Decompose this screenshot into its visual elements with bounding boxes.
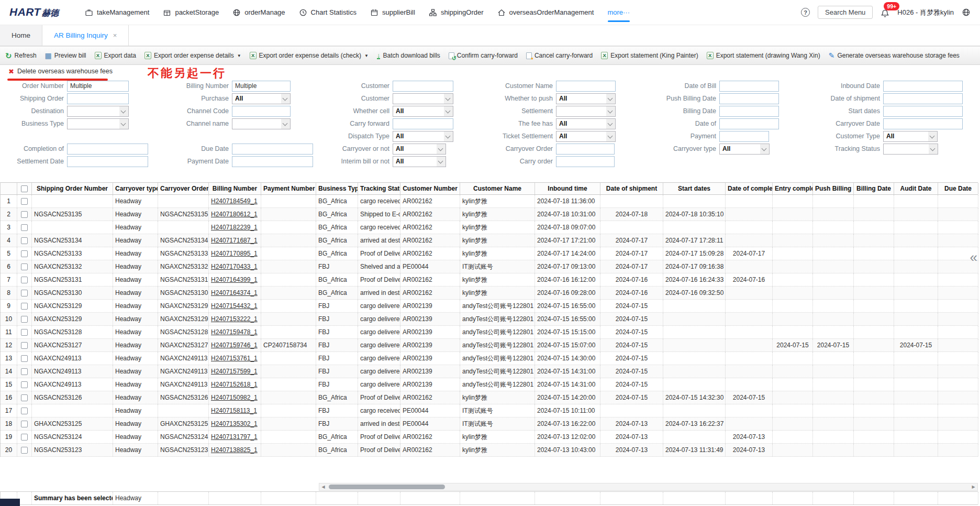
table-row[interactable]: 12NGAXCN253127HeadwayNGAXCN253127H240715… <box>1 339 978 352</box>
cell-billing-number[interactable]: H2407170895_1 <box>209 247 261 260</box>
toolbar-button-preview-bill[interactable]: ▦Preview bill <box>45 52 86 59</box>
checkbox-icon[interactable] <box>21 290 28 296</box>
table-row[interactable]: 17HeadwayH2407158113_1FBJcargo received … <box>1 404 978 417</box>
toolbar-button-export-order-expense-details-check[interactable]: XExport order expense details (check)▼ <box>250 52 369 59</box>
filter-the-fee-has-select[interactable]: All <box>556 118 616 129</box>
toolbar-button-refresh[interactable]: ↻Refresh <box>5 52 37 59</box>
filter-carry-order-input[interactable] <box>556 156 615 167</box>
filter-completion-of-input[interactable] <box>67 144 148 155</box>
filter-payment-input[interactable] <box>719 131 769 142</box>
filter-interim-bill-or-not-select[interactable]: All <box>393 156 446 167</box>
row-checkbox-cell[interactable] <box>17 287 32 299</box>
header-customer-name[interactable]: Customer Name <box>460 183 535 194</box>
table-row[interactable]: 13NGAXCN249113HeadwayNGAXCN249113H240715… <box>1 352 978 365</box>
horizontal-scrollbar[interactable] <box>319 483 978 491</box>
toolbar-button-batch-download-bills[interactable]: ↓Batch download bills <box>377 52 440 59</box>
table-row[interactable]: 20NGSACN253123HeadwayNGSACN253123H240713… <box>1 444 978 457</box>
row-checkbox-cell[interactable] <box>17 404 32 417</box>
row-checkbox-cell[interactable] <box>17 247 32 260</box>
filter-settlement-select[interactable] <box>556 106 616 117</box>
row-checkbox-cell[interactable] <box>17 208 32 221</box>
toolbar-button-cancel-carry-forward[interactable]: Cancel carry-forward <box>526 52 593 59</box>
header-tracking-status[interactable]: Tracking Status <box>358 183 400 194</box>
checkbox-icon[interactable] <box>21 185 28 192</box>
header-shipping-order-number[interactable]: Shipping Order Number <box>32 183 113 194</box>
checkbox-icon[interactable] <box>21 198 28 205</box>
filter-carryover-or-not-select[interactable]: All <box>393 144 446 155</box>
table-row[interactable]: 15NGAXCN249113HeadwayNGAXCN249113H240715… <box>1 378 978 391</box>
table-row[interactable]: 10NGAXCN253129HeadwayNGAXCN253129H240715… <box>1 313 978 326</box>
header-date-of-comple[interactable]: Date of comple <box>726 183 773 194</box>
table-row[interactable]: 4NGSACN253134HeadwayNGSACN253134H2407171… <box>1 234 978 247</box>
filter-customer-name-input[interactable] <box>556 81 616 92</box>
nav-item-ordermanage[interactable]: orderManage <box>232 0 285 25</box>
cell-billing-number[interactable]: H2407159746_1 <box>209 339 261 351</box>
cell-billing-number[interactable]: H2407182239_1 <box>209 221 261 234</box>
toolbar-button-export-order-expense-details[interactable]: XExport order expense details▼ <box>144 52 241 59</box>
checkbox-icon[interactable] <box>21 211 28 218</box>
cell-billing-number[interactable]: H2407170433_1 <box>209 260 261 273</box>
cell-billing-number[interactable]: H2407164374_1 <box>209 287 261 299</box>
header-due-date[interactable]: Due Date <box>938 183 978 194</box>
cell-billing-number[interactable]: H2407138825_1 <box>209 444 261 456</box>
nav-item-shippingorder[interactable]: shippingOrder <box>429 0 484 25</box>
row-checkbox-cell[interactable] <box>17 391 32 404</box>
toolbar-button-export-statement-drawing-wang-xin[interactable]: XExport statement (drawing Wang Xin) <box>707 52 820 59</box>
filter-whether-to-push-select[interactable]: All <box>556 93 616 104</box>
scroll-right-icon[interactable] <box>970 483 977 490</box>
toolbar-button-confirm-carry-forward[interactable]: Confirm carry-forward <box>449 52 518 59</box>
filter-payment-date-input[interactable] <box>232 156 313 167</box>
nav-item-more[interactable]: more··· <box>607 0 630 25</box>
cell-billing-number[interactable]: H2407159478_1 <box>209 326 261 338</box>
table-row[interactable]: 14NGAXCN249113HeadwayNGAXCN249113H240715… <box>1 365 978 378</box>
table-row[interactable]: 1HeadwayH2407184549_1BG_Africacargo rece… <box>1 195 978 208</box>
header-carryover-order-n[interactable]: Carryover Order N <box>158 183 209 194</box>
tab-home[interactable]: Home <box>0 25 42 46</box>
row-checkbox-cell[interactable] <box>17 221 32 234</box>
header-billing-number[interactable]: Billing Number <box>209 183 261 194</box>
checkbox-icon[interactable] <box>21 316 28 323</box>
cell-billing-number[interactable]: H2407153222_1 <box>209 313 261 325</box>
table-row[interactable]: 16NGSACN253126HeadwayNGSACN253126H240715… <box>1 391 978 404</box>
cell-billing-number[interactable]: H2407180612_1 <box>209 208 261 221</box>
filter-billing-date-input[interactable] <box>719 106 779 117</box>
checkbox-icon[interactable] <box>21 263 28 270</box>
nav-item-chart-statistics[interactable]: Chart Statistics <box>299 0 357 25</box>
nav-item-overseasordermanagement[interactable]: overseasOrderManagement <box>497 0 594 25</box>
nav-item-packetstorage[interactable]: packetStorage <box>163 0 219 25</box>
checkbox-icon[interactable] <box>21 342 28 349</box>
filter-customer-input[interactable] <box>393 81 453 92</box>
filter-date-of-input[interactable] <box>719 118 779 129</box>
filter-date-of-shipment-input[interactable] <box>883 93 963 104</box>
notifications[interactable]: 99+ <box>881 9 889 18</box>
filter-order-number-input[interactable]: Multiple <box>67 81 129 92</box>
checkbox-icon[interactable] <box>21 277 28 283</box>
cell-billing-number[interactable]: H2407157599_1 <box>209 365 261 378</box>
filter-business-type-select[interactable] <box>67 118 129 129</box>
toolbar-button-export-data[interactable]: XExport data <box>95 52 136 59</box>
filter-channel-code-input[interactable] <box>232 106 291 117</box>
header-date-of-shipment[interactable]: Date of shipment <box>600 183 663 194</box>
row-checkbox-cell[interactable] <box>17 195 32 207</box>
user-name[interactable]: H026 - 肖梦雅kylin <box>897 8 954 17</box>
header-start-dates[interactable]: Start dates <box>663 183 726 194</box>
table-row[interactable]: 2NGSACN253135HeadwayNGSACN253135H2407180… <box>1 208 978 221</box>
checkbox-icon[interactable] <box>21 224 28 231</box>
filter-tracking-status-select[interactable] <box>883 144 938 155</box>
help-icon[interactable]: ? <box>801 8 810 17</box>
header-select-all[interactable] <box>17 183 32 194</box>
filter-customer-select[interactable] <box>393 93 453 104</box>
table-row[interactable]: 9NGAXCN253129HeadwayNGAXCN253129H2407154… <box>1 300 978 313</box>
cell-billing-number[interactable]: H2407164399_1 <box>209 273 261 286</box>
filter-settlement-date-input[interactable] <box>67 156 148 167</box>
filter-carryover-date-input[interactable] <box>883 118 963 129</box>
row-checkbox-cell[interactable] <box>17 352 32 365</box>
scroll-left-icon[interactable] <box>319 483 327 490</box>
filter-channel-name-select[interactable] <box>232 118 291 129</box>
cell-billing-number[interactable]: H2407135302_1 <box>209 417 261 430</box>
row-checkbox-cell[interactable] <box>17 417 32 430</box>
row-checkbox-cell[interactable] <box>17 300 32 312</box>
header-billing-date[interactable]: Billing Date <box>854 183 894 194</box>
cell-billing-number[interactable]: H2407171687_1 <box>209 234 261 247</box>
filter-date-of-bill-input[interactable] <box>719 81 779 92</box>
